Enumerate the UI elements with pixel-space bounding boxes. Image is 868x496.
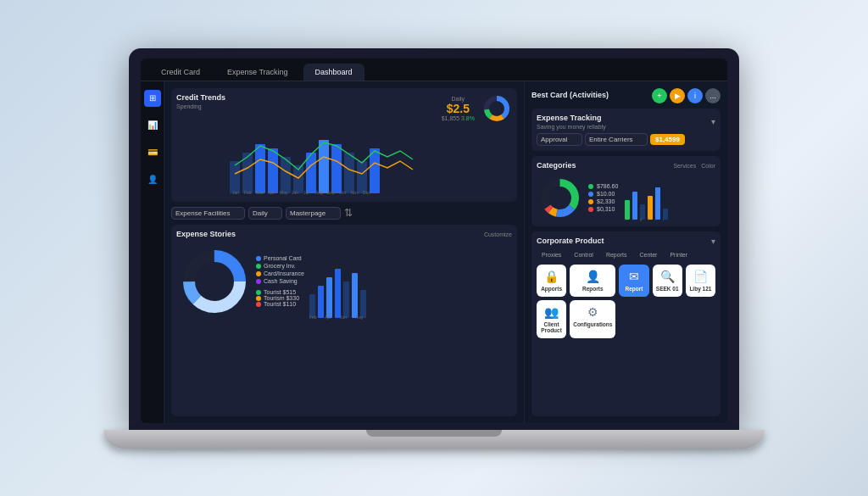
icon-grid: 🔒 Apports 👤 Reports ✉ Report [537,265,715,338]
filter-daily-select[interactable]: Daily [248,207,282,220]
action-more-btn[interactable]: ... [705,88,721,103]
corporate-product-section: Corporate Product ▾ Proxies Control Repo… [531,231,721,416]
svg-text:Dec: Dec [363,190,370,195]
svg-text:Apr: Apr [268,190,275,195]
credit-trends-subtitle: Spending [176,103,225,109]
svg-text:Apr: Apr [325,315,331,320]
document-icon: 📄 [693,270,708,283]
sidebar-icon-home[interactable]: ⊞ [144,90,161,107]
categories-title: Categories [537,161,576,170]
svg-rect-34 [326,277,332,318]
action-add-btn[interactable]: + [652,88,667,103]
expense-tracking-title-group: Expense Tracking Saving you money reliab… [537,114,606,130]
sidebar-icon-card[interactable]: 💳 [144,144,161,161]
legend-personal: Personal Card [256,255,304,261]
laptop-notch [366,430,502,437]
legend-tourist3: Tourist $110 [256,301,304,307]
corp-chevron-icon[interactable]: ▾ [711,237,715,246]
tab-dashboard[interactable]: Dashboard [303,64,364,81]
expense-tracking-header: Expense Tracking Saving you money reliab… [537,114,715,130]
expense-badge: $1,4599 [650,134,685,145]
corp-tab-proxies[interactable]: Proxies [537,250,566,259]
expense-tracking-title: Expense Tracking [537,114,606,122]
corp-tabs: Proxies Control Reports Center Printer [537,250,715,259]
icon-cell-liby[interactable]: 📄 Liby 121 [686,265,715,297]
legend-tourist1: Tourist $515 [256,289,304,295]
corp-tab-center[interactable]: Center [634,250,662,259]
card-actions: + ▶ i ... [652,88,721,103]
tab-credit-card[interactable]: Credit Card [149,64,212,81]
icon-cell-reports[interactable]: 👤 Reports [570,265,615,297]
credit-trends-title: Credit Trends [176,93,225,102]
svg-rect-52 [655,187,660,220]
bottom-row: Expense Stories Customize [171,225,517,416]
category-item-3: $2,330 [588,198,618,204]
svg-rect-53 [663,209,668,220]
svg-rect-51 [648,196,653,220]
filter-master-select[interactable]: Masterpage [286,207,341,220]
apports-label: Apports [541,286,562,292]
corp-tab-control[interactable]: Control [569,250,598,259]
categories-donut [537,175,583,221]
action-info-btn[interactable]: i [687,88,703,103]
chart-header: Credit Trends Spending Daily $2.5 $1,855 [176,93,512,124]
laptop-screen: Credit Card Expense Tracking Dashboard ⊞… [141,59,727,423]
svg-text:Jun: Jun [340,315,347,320]
carrier-filter[interactable]: Entire Carriers [585,133,648,146]
credit-trends-container: Credit Trends Spending Daily $2.5 $1,855 [171,88,517,202]
chevron-down-icon[interactable]: ▾ [711,117,715,126]
icon-cell-client[interactable]: 👥 Client Product [537,300,566,338]
lock-icon: 🔒 [544,270,559,283]
daily-label: Daily [442,96,475,102]
filter-expense-select[interactable]: Expense Facilities [171,207,245,220]
corporate-product-title: Corporate Product [537,237,604,245]
svg-text:Jul: Jul [303,190,309,195]
svg-text:Feb: Feb [309,315,317,320]
svg-text:Nov: Nov [351,190,359,195]
client-label: Client Product [540,321,563,333]
main-content: ⊞ 📊 💳 👤 Credit Trends Spending [141,81,727,423]
categories-header: Categories Services Color [537,161,715,171]
icon-cell-apports[interactable]: 🔒 Apports [537,265,566,297]
corp-tab-reports[interactable]: Reports [601,250,632,259]
right-header: Best Card (Activities) + ▶ i ... [531,88,721,103]
sidebar-icon-user[interactable]: 👤 [144,171,161,188]
legend-card-insurance: Card/Insurance [256,270,304,276]
svg-rect-15 [370,148,380,193]
laptop-base [103,430,765,449]
chart-title-group: Credit Trends Spending [176,93,225,109]
mini-donut-chart [481,93,512,124]
legend-grocery: Grocery Inv. [256,263,304,269]
category-item-2: $10.00 [588,191,618,197]
svg-rect-33 [318,286,324,318]
svg-rect-13 [344,153,354,193]
expense-stories-title: Expense Stories [176,230,236,238]
corp-tab-printer[interactable]: Printer [665,250,693,259]
svg-rect-37 [352,273,358,318]
best-card-title: Best Card (Activities) [531,91,609,99]
tab-expense-tracking[interactable]: Expense Tracking [215,64,300,81]
expense-tracking-subtitle: Saving you money reliably [537,124,606,130]
expense-bar-chart: Feb Apr Jun Aug [308,243,367,320]
svg-text:Aug: Aug [315,190,323,195]
sidebar-icon-chart[interactable]: 📊 [144,117,161,134]
gear-icon: ⚙ [587,305,598,319]
svg-rect-4 [230,161,240,193]
svg-text:g: g [640,217,642,221]
icon-cell-config[interactable]: ⚙ Configurations [570,300,615,338]
legend-services: Services [673,163,696,169]
svg-rect-14 [357,161,367,193]
report-active-label: Report [626,286,643,292]
filter-icon[interactable]: ⇅ [344,207,353,219]
category-list: $786.60 $10.00 $2,330 [588,183,618,212]
expense-tracking-filters: Approval Entire Carriers $1,4599 [537,133,715,146]
category-item-4: $0,310 [588,206,618,212]
approval-filter[interactable]: Approval [537,133,582,146]
action-play-btn[interactable]: ▶ [670,88,685,103]
expense-tracking-section: Expense Tracking Saving you money reliab… [531,109,721,151]
icon-cell-report-active[interactable]: ✉ Report [619,265,648,297]
left-panel: Credit Trends Spending Daily $2.5 $1,855 [164,81,524,423]
seek-label: SEEK 01 [656,286,679,292]
icon-cell-seek[interactable]: 🔍 SEEK 01 [653,265,682,297]
daily-value: $2.5 [442,102,475,115]
